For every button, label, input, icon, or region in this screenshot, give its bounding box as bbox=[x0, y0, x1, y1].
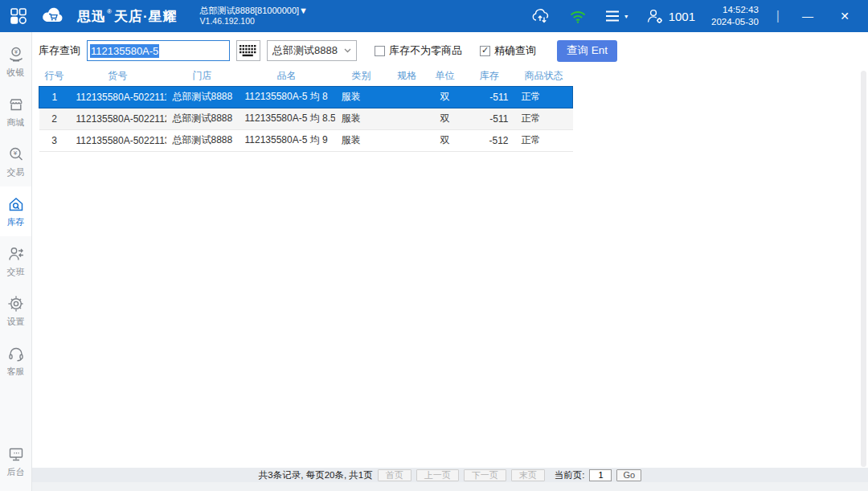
table-cell bbox=[388, 108, 427, 129]
table-cell: 1 bbox=[39, 86, 70, 108]
inventory-query-input[interactable]: 112135580A-5 bbox=[87, 40, 230, 61]
nonzero-stock-checkbox[interactable]: 库存不为零商品 bbox=[375, 43, 462, 58]
cashier-icon: ¥ bbox=[7, 46, 25, 63]
table-cell: 正常 bbox=[515, 108, 573, 129]
col-stock: 库存 bbox=[464, 67, 515, 86]
go-button[interactable]: Go bbox=[616, 469, 641, 481]
table-cell: 112135580A-5022112 bbox=[70, 108, 166, 129]
sidebar-item-shift[interactable]: 交班 bbox=[0, 236, 31, 286]
col-status: 商品状态 bbox=[515, 67, 573, 86]
prev-page-button[interactable]: 上一页 bbox=[416, 469, 459, 481]
col-product-name: 品名 bbox=[239, 67, 335, 86]
wifi-status-icon bbox=[568, 8, 588, 24]
table-cell: 服装 bbox=[335, 86, 388, 108]
vertical-scrollbar[interactable] bbox=[861, 71, 866, 467]
sidebar-item-cashier[interactable]: ¥ 收银 bbox=[0, 37, 31, 87]
sidebar-item-support[interactable]: 客服 bbox=[0, 336, 31, 386]
svg-text:¥: ¥ bbox=[12, 149, 17, 157]
col-item-number: 货号 bbox=[70, 67, 166, 86]
gear-icon bbox=[7, 295, 25, 313]
table-cell: 2 bbox=[39, 108, 70, 129]
user-id: 1001 bbox=[669, 10, 695, 23]
titlebar-divider: | bbox=[776, 9, 780, 23]
cloud-cart-logo-icon bbox=[40, 6, 66, 26]
current-page-input[interactable] bbox=[589, 469, 612, 481]
sidebar-item-transactions[interactable]: ¥ 交易 bbox=[0, 137, 31, 186]
record-summary: 共3条记录, 每页20条, 共1页 bbox=[259, 469, 373, 481]
table-cell: 112135580A-5022111 bbox=[70, 86, 166, 108]
pagination-bar: 共3条记录, 每页20条, 共1页 首页 上一页 下一页 末页 当前页: Go bbox=[32, 468, 868, 482]
clock-time: 14:52:43 bbox=[711, 4, 759, 16]
table-cell: 双 bbox=[427, 86, 464, 108]
table-body: 1112135580A-5022111总部测试8888112135580A-5 … bbox=[39, 86, 573, 151]
col-unit: 单位 bbox=[427, 67, 464, 86]
svg-text:¥: ¥ bbox=[14, 49, 18, 55]
exact-query-checkbox[interactable]: 精确查询 bbox=[480, 43, 536, 58]
next-page-button[interactable]: 下一页 bbox=[464, 469, 506, 481]
col-store: 门店 bbox=[166, 67, 239, 86]
title-bar: 思迅®天店·星耀 总部测试8888[81000000]▼ V1.46.192.1… bbox=[0, 0, 868, 32]
clock-date: 2024-05-30 bbox=[711, 16, 759, 28]
table-cell: -511 bbox=[464, 86, 515, 108]
sidebar-item-backend[interactable]: 后台 bbox=[0, 436, 31, 486]
close-button[interactable]: ✕ bbox=[834, 10, 855, 23]
table-row[interactable]: 1112135580A-5022111总部测试8888112135580A-5 … bbox=[39, 86, 573, 108]
table-cell: 服装 bbox=[335, 108, 388, 129]
table-cell bbox=[388, 129, 427, 151]
main-content: 库存查询 112135580A-5 总部测试8888 库存不为零商品 bbox=[32, 32, 868, 491]
table-cell: -511 bbox=[464, 108, 515, 129]
sidebar-item-inventory[interactable]: 库存 bbox=[0, 186, 31, 236]
on-screen-keyboard-button[interactable] bbox=[236, 40, 260, 61]
cloud-sync-icon[interactable] bbox=[531, 7, 552, 25]
list-icon bbox=[604, 8, 621, 24]
app-version: V1.46.192.100 bbox=[200, 16, 308, 27]
table-cell: 总部测试8888 bbox=[166, 86, 239, 108]
query-label: 库存查询 bbox=[39, 43, 80, 58]
table-cell: 总部测试8888 bbox=[166, 129, 239, 151]
clock: 14:52:43 2024-05-30 bbox=[711, 4, 759, 28]
apps-grid-icon[interactable] bbox=[8, 6, 29, 27]
col-spec: 规格 bbox=[388, 67, 427, 86]
chevron-down-icon bbox=[344, 48, 351, 53]
store-select[interactable]: 总部测试8888 bbox=[267, 40, 357, 61]
col-category: 类别 bbox=[335, 67, 388, 86]
table-cell: 112135580A-5022113 bbox=[70, 129, 166, 151]
inventory-table-wrap: 行号 货号 门店 品名 类别 规格 单位 库存 商品状态 1112135580A… bbox=[32, 65, 868, 152]
current-page-label: 当前页: bbox=[555, 469, 585, 481]
minimize-button[interactable]: — bbox=[797, 10, 818, 23]
brand-title: 思迅®天店·星耀 bbox=[77, 7, 178, 26]
table-row[interactable]: 3112135580A-5022113总部测试8888112135580A-5 … bbox=[39, 129, 573, 151]
sidebar-item-mall[interactable]: 商城 bbox=[0, 87, 31, 137]
keyboard-icon bbox=[239, 44, 258, 57]
menu-list-dropdown[interactable]: ▼ bbox=[604, 8, 629, 24]
table-cell: 正常 bbox=[515, 129, 573, 151]
table-header-row: 行号 货号 门店 品名 类别 规格 单位 库存 商品状态 bbox=[39, 67, 573, 86]
table-cell bbox=[388, 86, 427, 108]
search-yuan-icon: ¥ bbox=[7, 145, 25, 163]
table-row[interactable]: 2112135580A-5022112总部测试8888112135580A-5 … bbox=[39, 108, 573, 129]
table-cell: 双 bbox=[427, 108, 464, 129]
store-name: 总部测试8888[81000000]▼ bbox=[200, 5, 308, 16]
sidebar-item-settings[interactable]: 设置 bbox=[0, 286, 31, 336]
first-page-button[interactable]: 首页 bbox=[378, 469, 411, 481]
table-cell: 双 bbox=[427, 129, 464, 151]
query-input-value: 112135580A-5 bbox=[90, 44, 159, 58]
search-button[interactable]: 查询 Ent bbox=[557, 40, 617, 62]
shift-change-icon bbox=[7, 245, 25, 263]
chevron-down-icon: ▼ bbox=[624, 14, 629, 19]
user-account[interactable]: 1001 bbox=[645, 7, 695, 25]
store-version-dropdown[interactable]: 总部测试8888[81000000]▼ V1.46.192.100 bbox=[200, 5, 308, 27]
last-page-button[interactable]: 末页 bbox=[511, 469, 545, 481]
table-cell: 正常 bbox=[515, 86, 573, 108]
headset-icon bbox=[7, 345, 25, 362]
store-select-value: 总部测试8888 bbox=[272, 43, 338, 58]
table-cell: -512 bbox=[464, 129, 515, 151]
monitor-icon bbox=[7, 445, 25, 463]
table-cell: 112135580A-5 均 8.5 bbox=[239, 108, 335, 129]
table-cell: 112135580A-5 均 8 bbox=[239, 86, 335, 108]
inventory-query-toolbar: 库存查询 112135580A-5 总部测试8888 库存不为零商品 bbox=[39, 39, 868, 62]
content-spacer bbox=[32, 152, 868, 468]
inventory-house-icon bbox=[7, 195, 25, 213]
sidebar: ¥ 收银 商城 ¥ bbox=[0, 32, 32, 491]
table-cell: 112135580A-5 均 9 bbox=[239, 129, 335, 151]
